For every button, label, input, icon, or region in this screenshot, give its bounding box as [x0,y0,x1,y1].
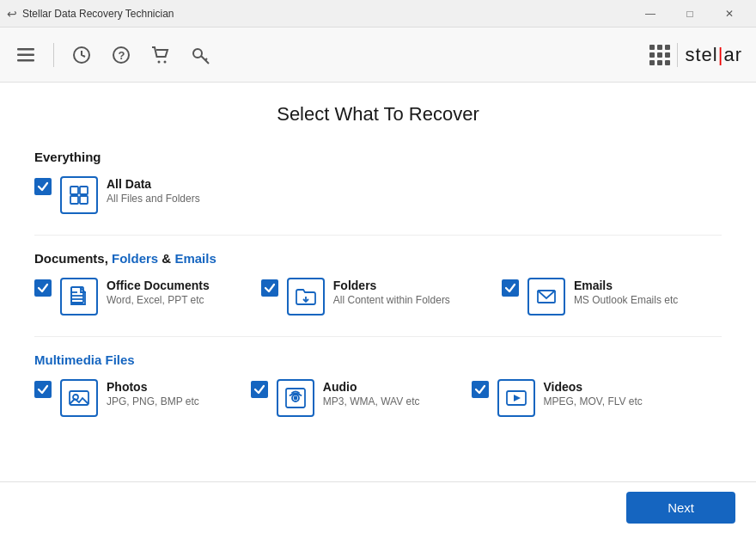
audio-name: Audio [323,379,420,395]
toolbar: ? [0,28,756,83]
svg-rect-0 [17,48,34,51]
menu-icon[interactable] [14,43,38,67]
help-icon[interactable]: ? [109,43,133,67]
svg-rect-1 [17,53,34,56]
folders-name: Folders [333,278,450,293]
documents-grid: Office Documents Word, Excel, PPT etc [34,278,722,316]
section-documents: Documents, Folders & Emails [34,251,722,316]
key-icon[interactable] [188,43,212,67]
sep-1 [34,235,722,236]
dot [665,45,670,50]
office-documents-desc: Word, Excel, PPT etc [107,293,210,308]
titlebar-controls: — □ ✕ [631,0,749,28]
svg-rect-13 [70,196,78,204]
svg-rect-2 [17,59,34,62]
photos-icon [60,379,98,417]
all-data-text: All Data All Files and Folders [107,176,200,206]
videos-checkbox[interactable] [472,381,489,398]
item-audio: Audio MP3, WMA, WAV etc [251,379,420,417]
item-emails: Emails MS Outlook Emails etc [502,278,678,316]
audio-desc: MP3, WMA, WAV etc [323,395,420,409]
logo-text: stel|ar [685,44,742,66]
photos-text: Photos JPG, PNG, BMP etc [107,379,199,409]
svg-rect-12 [80,187,88,194]
folders-checkbox[interactable] [261,279,278,297]
footer: Next [0,481,756,533]
item-folders: Folders All Content within Folders [261,278,450,316]
main-content: Select What To Recover Everything [0,83,756,481]
photos-checkbox[interactable] [34,381,52,398]
videos-desc: MPEG, MOV, FLV etc [544,395,643,409]
titlebar-title: Stellar Data Recovery Technician [22,8,174,20]
everything-row: All Data All Files and Folders [34,176,722,214]
history-icon[interactable] [70,43,94,67]
page-title: Select What To Recover [34,103,722,126]
emails-icon [527,278,565,316]
audio-icon [277,379,314,417]
sep-2 [34,336,722,337]
section-multimedia: Multimedia Files Photos [34,352,722,417]
maximize-button[interactable]: □ [670,0,710,28]
svg-marker-27 [514,395,521,401]
dot [665,52,670,58]
minimize-button[interactable]: — [631,0,670,28]
item-office-documents: Office Documents Word, Excel, PPT etc [34,278,210,316]
section-title-documents: Documents, Folders & Emails [34,251,722,266]
dot [657,60,662,65]
svg-point-6 [158,60,161,63]
office-documents-checkbox[interactable] [34,279,52,297]
next-button[interactable]: Next [626,492,735,524]
svg-point-25 [294,397,296,400]
office-documents-icon [60,278,98,316]
emails-name: Emails [574,278,678,293]
videos-text: Videos MPEG, MOV, FLV etc [544,379,643,409]
office-documents-text: Office Documents Word, Excel, PPT etc [107,278,210,308]
back-icon: ↩ [7,7,17,21]
logo-divider [677,43,678,67]
all-data-desc: All Files and Folders [107,192,200,206]
folders-icon [287,278,325,316]
title-folders-blue: Folders [112,251,158,266]
photos-name: Photos [107,379,199,395]
close-button[interactable]: ✕ [710,0,749,28]
office-documents-name: Office Documents [107,278,210,293]
all-data-icon [60,176,98,214]
all-data-name: All Data [107,176,200,192]
section-title-everything: Everything [34,150,722,164]
titlebar-left: ↩ Stellar Data Recovery Technician [7,7,174,21]
toolbar-divider [53,43,54,67]
dot [665,60,670,65]
title-emails-blue: Emails [174,251,216,266]
dot [649,45,655,50]
item-photos: Photos JPG, PNG, BMP etc [34,379,199,417]
item-all-data: All Data All Files and Folders [34,176,200,214]
dot [649,60,655,65]
folders-desc: All Content within Folders [333,293,450,308]
all-data-checkbox[interactable] [34,178,52,195]
section-title-multimedia: Multimedia Files [34,352,722,367]
emails-desc: MS Outlook Emails etc [574,293,678,308]
dot [657,52,662,58]
svg-text:?: ? [119,49,125,62]
svg-rect-14 [80,196,88,204]
dot [657,45,662,50]
multimedia-grid: Photos JPG, PNG, BMP etc [34,379,722,417]
item-videos: Videos MPEG, MOV, FLV etc [472,379,643,417]
stellar-logo: stel|ar [649,43,742,67]
dot [649,52,655,58]
audio-text: Audio MP3, WMA, WAV etc [323,379,420,409]
emails-text: Emails MS Outlook Emails etc [574,278,678,308]
videos-icon [497,379,535,417]
toolbar-left: ? [14,43,212,67]
emails-checkbox[interactable] [502,279,519,297]
section-everything: Everything All Data [34,150,722,214]
svg-line-10 [205,58,207,60]
app-dots-grid [649,45,670,65]
videos-name: Videos [544,379,643,395]
cart-icon[interactable] [149,43,173,67]
photos-desc: JPG, PNG, BMP etc [107,395,199,409]
folders-text: Folders All Content within Folders [333,278,450,308]
svg-point-7 [164,60,167,63]
logo-cursor: | [718,44,724,65]
audio-checkbox[interactable] [251,381,268,398]
